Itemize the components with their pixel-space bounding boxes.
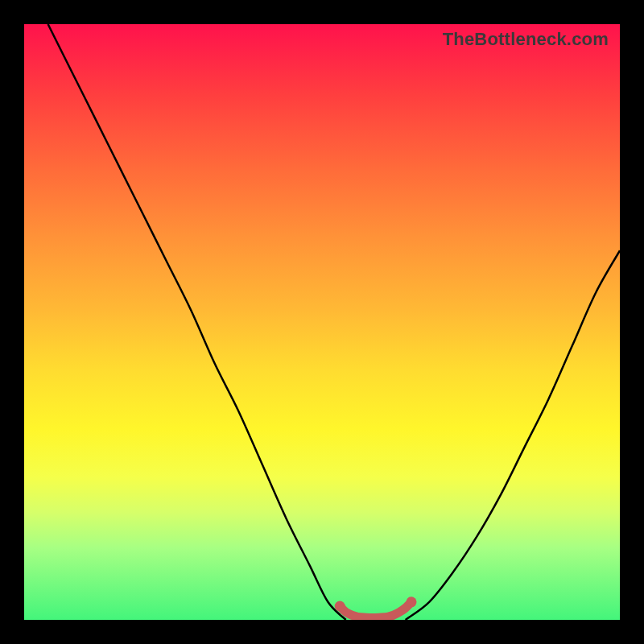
right-curve	[406, 250, 620, 620]
curves-svg	[24, 24, 620, 620]
left-curve	[48, 24, 346, 620]
valley-mark-dot-right	[407, 597, 417, 607]
valley-mark-dot-left	[335, 601, 345, 611]
plot-area: TheBottleneck.com	[24, 24, 620, 620]
valley-mark	[340, 602, 411, 618]
chart-container: TheBottleneck.com	[0, 0, 644, 644]
